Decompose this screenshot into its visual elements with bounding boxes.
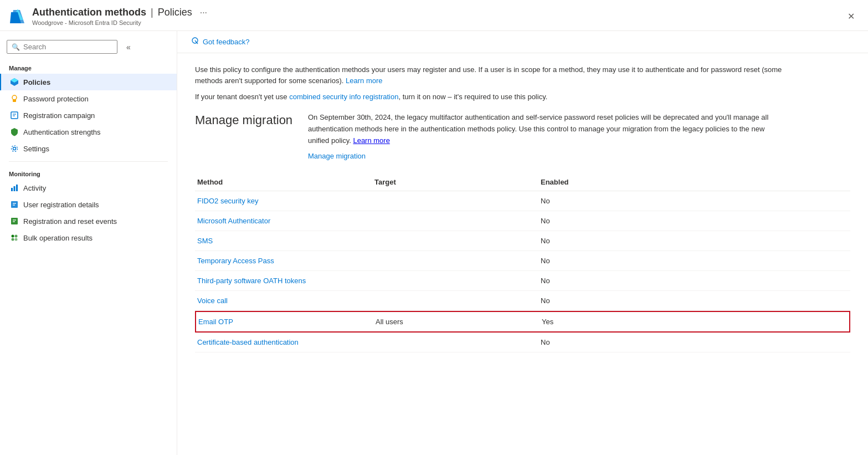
method-link-6[interactable]: Email OTP <box>198 318 233 326</box>
svg-point-11 <box>13 147 16 150</box>
header-title-group: Authentication methods | Policies ··· Wo… <box>32 7 207 26</box>
svg-rect-13 <box>11 188 13 191</box>
sidebar-item-auth-strengths[interactable]: Authentication strengths <box>0 124 177 140</box>
svg-rect-15 <box>16 185 18 191</box>
svg-point-23 <box>15 235 18 238</box>
manage-section-label: Manage <box>0 60 177 74</box>
migration-description: On September 30th, 2024, the legacy mult… <box>308 112 779 146</box>
intro-text: Use this policy to configure the authent… <box>195 64 804 86</box>
page-title: Policies <box>158 7 192 18</box>
sidebar-item-activity[interactable]: Activity <box>0 180 177 196</box>
user-reg-icon <box>10 200 19 209</box>
app-title: Authentication methods <box>32 7 146 18</box>
sidebar-item-registration-reset[interactable]: Registration and reset events <box>0 213 177 229</box>
learn-more-link-1[interactable]: Learn more <box>346 76 382 85</box>
sidebar-item-bulk-ops[interactable]: Bulk operation results <box>0 229 177 246</box>
combined-security-link[interactable]: combined security info registration <box>289 93 398 101</box>
enabled-cell-1: No <box>538 217 649 225</box>
sidebar-item-user-reg-label: User registration details <box>23 201 99 209</box>
svg-point-22 <box>12 235 14 238</box>
sidebar-item-registration-label: Registration campaign <box>23 111 95 120</box>
sidebar-item-bulk-ops-label: Bulk operation results <box>23 234 93 242</box>
enabled-cell-7: No <box>538 338 649 346</box>
table-row[interactable]: Temporary Access PassNo <box>195 251 850 271</box>
method-link-2[interactable]: SMS <box>197 237 213 245</box>
sidebar-item-registration-campaign[interactable]: Registration campaign <box>0 107 177 124</box>
enabled-cell-4: No <box>538 277 649 285</box>
svg-rect-7 <box>13 99 16 102</box>
table-row[interactable]: Email OTPAll usersYes <box>195 311 850 333</box>
table-row[interactable]: FIDO2 security keyNo <box>195 191 850 211</box>
azure-logo <box>9 8 27 25</box>
svg-point-24 <box>12 238 14 241</box>
password-protection-icon <box>10 94 19 103</box>
search-box[interactable]: 🔍 <box>7 40 117 54</box>
migration-desc-block: On September 30th, 2024, the legacy mult… <box>308 112 779 160</box>
sidebar-item-settings[interactable]: Settings <box>0 140 177 157</box>
close-button[interactable]: ✕ <box>843 9 859 24</box>
sidebar-item-policies[interactable]: Policies <box>0 74 177 90</box>
svg-point-12 <box>12 146 18 152</box>
table-body: FIDO2 security keyNoMicrosoft Authentica… <box>195 191 850 352</box>
method-link-0[interactable]: FIDO2 security key <box>197 197 259 205</box>
policies-icon <box>10 78 19 86</box>
feedback-icon <box>191 37 199 47</box>
target-cell-6: All users <box>373 318 540 326</box>
sidebar-item-password-protection[interactable]: Password protection <box>0 90 177 107</box>
sidebar-divider <box>9 161 168 162</box>
collapse-button[interactable]: « <box>126 43 131 52</box>
learn-more-link-2[interactable]: Learn more <box>353 136 389 145</box>
layout: 🔍 « Manage Policies Password protection <box>0 31 868 455</box>
table-container: Method Target Enabled FIDO2 security key… <box>195 173 850 352</box>
svg-rect-16 <box>11 201 18 208</box>
sidebar-item-auth-strengths-label: Authentication strengths <box>23 128 100 136</box>
org-label: Woodgrove - Microsoft Entra ID Security <box>32 19 207 26</box>
svg-point-6 <box>12 95 17 100</box>
method-link-3[interactable]: Temporary Access Pass <box>197 257 274 265</box>
col-target: Target <box>372 178 538 186</box>
enabled-cell-0: No <box>538 197 649 205</box>
enabled-cell-2: No <box>538 237 649 245</box>
table-row[interactable]: Voice callNo <box>195 291 850 311</box>
sidebar-item-policies-label: Policies <box>23 78 50 86</box>
table-row[interactable]: Certificate-based authenticationNo <box>195 333 850 352</box>
migration-section: Manage migration On September 30th, 2024… <box>195 112 850 160</box>
manage-migration-link[interactable]: Manage migration <box>308 152 779 160</box>
sidebar-item-password-label: Password protection <box>23 95 89 103</box>
header-left: Authentication methods | Policies ··· Wo… <box>9 7 207 26</box>
col-enabled: Enabled <box>538 178 649 186</box>
activity-icon <box>10 183 19 192</box>
table-row[interactable]: Microsoft AuthenticatorNo <box>195 211 850 231</box>
settings-icon <box>10 144 19 153</box>
registration-campaign-icon <box>10 111 19 120</box>
enabled-cell-3: No <box>538 257 649 265</box>
migration-title: Manage migration <box>195 112 295 127</box>
header-ellipsis[interactable]: ··· <box>200 8 207 18</box>
content-area: Use this policy to configure the authent… <box>177 53 868 364</box>
method-link-7[interactable]: Certificate-based authentication <box>197 338 299 346</box>
table-header: Method Target Enabled <box>195 173 850 191</box>
svg-point-25 <box>15 238 18 241</box>
svg-rect-19 <box>11 218 18 224</box>
feedback-bar[interactable]: Got feedback? <box>177 31 868 53</box>
sidebar-item-user-reg-details[interactable]: User registration details <box>0 196 177 213</box>
sidebar-item-settings-label: Settings <box>23 145 49 153</box>
header: Authentication methods | Policies ··· Wo… <box>0 0 868 31</box>
sidebar-item-reg-reset-label: Registration and reset events <box>23 217 117 226</box>
method-link-5[interactable]: Voice call <box>197 296 228 305</box>
main-content: Got feedback? Use this policy to configu… <box>177 31 868 455</box>
feedback-label[interactable]: Got feedback? <box>203 38 250 46</box>
auth-strengths-icon <box>10 127 19 136</box>
method-link-4[interactable]: Third-party software OATH tokens <box>197 277 306 285</box>
monitoring-section-label: Monitoring <box>0 166 177 180</box>
method-link-1[interactable]: Microsoft Authenticator <box>197 217 270 225</box>
table-row[interactable]: SMSNo <box>195 231 850 251</box>
search-input[interactable] <box>23 43 101 51</box>
table-row[interactable]: Third-party software OATH tokensNo <box>195 271 850 291</box>
col-method: Method <box>195 178 372 186</box>
enabled-cell-5: No <box>538 296 649 305</box>
svg-rect-8 <box>11 112 18 119</box>
sidebar-item-activity-label: Activity <box>23 184 46 192</box>
reg-reset-icon <box>10 217 19 226</box>
header-separator: | <box>151 7 153 18</box>
